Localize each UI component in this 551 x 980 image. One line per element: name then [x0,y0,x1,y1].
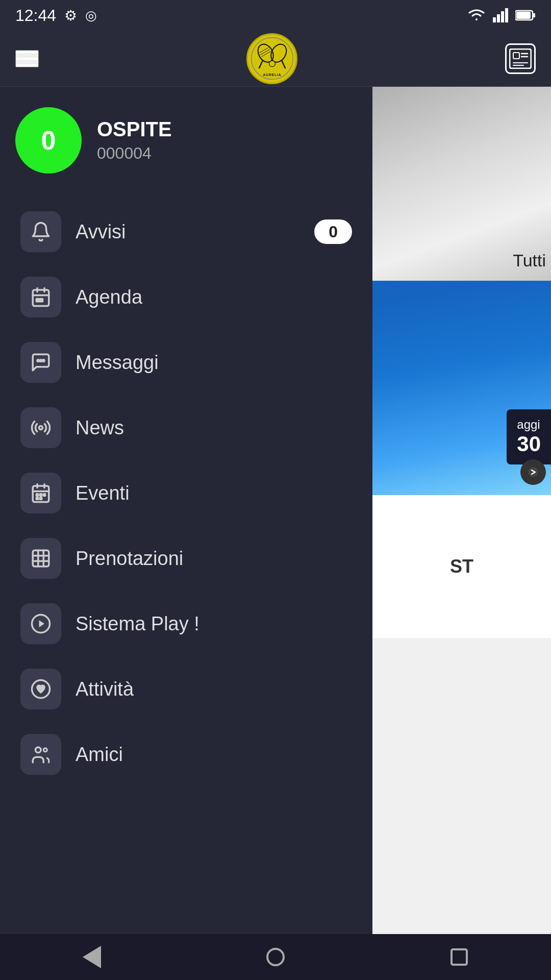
svg-rect-2 [501,11,504,22]
eventi-icon-box [20,473,61,513]
bell-icon-box [20,211,61,252]
svg-rect-38 [40,494,42,496]
svg-rect-39 [43,494,45,496]
sidebar-item-messaggi[interactable]: Messaggi [15,330,357,395]
avatar: 0 [15,107,82,174]
svg-point-15 [269,61,275,67]
user-profile: 0 OSPITE 000004 [15,107,357,174]
back-button[interactable] [74,939,110,975]
message-icon [30,352,52,373]
heart-icon-box [20,669,61,709]
right-card-3: ST [372,495,551,638]
svg-rect-0 [493,17,496,22]
svg-rect-41 [40,498,42,500]
agenda-label: Agenda [76,286,142,308]
avvisi-badge: 0 [314,223,352,241]
svg-rect-42 [33,550,49,567]
top-bar-right [505,43,536,74]
svg-point-51 [43,748,47,752]
score-number: 30 [517,432,541,456]
sidebar-item-news[interactable]: News [15,395,357,460]
svg-point-30 [40,360,42,362]
sidebar-item-eventi[interactable]: Eventi [15,460,357,526]
svg-rect-28 [40,299,42,302]
message-icon-box [20,342,61,383]
home-icon [266,948,285,966]
news-label: News [76,417,124,439]
broadcast-icon-box [20,407,61,448]
svg-rect-1 [497,14,500,22]
svg-point-31 [43,360,45,362]
play-icon-box [20,603,61,644]
tutti-label: Tutti [513,251,546,271]
broadcast-icon [30,417,52,438]
top-bar: AURELIA [0,31,551,87]
messaggi-label: Messaggi [76,352,159,374]
id-card-button[interactable] [505,43,536,74]
status-bar: 12:44 ⚙ ◎ [0,0,551,31]
eventi-label: Eventi [76,482,130,504]
avvisi-count: 0 [314,219,352,244]
right-card-2: aggi 30 [372,281,551,495]
svg-rect-3 [505,8,508,22]
main-area: 0 OSPITE 000004 Avvisi 0 [0,87,551,934]
heart-icon [30,678,52,700]
home-button[interactable] [258,939,293,975]
status-right [467,8,536,22]
back-icon [83,946,101,968]
prenotazioni-icon-box [20,538,61,579]
settings-icon: ⚙ [64,7,77,24]
sidebar-item-prenotazioni[interactable]: Prenotazioni [15,526,357,591]
score-badge: aggi 30 [507,409,551,464]
recents-icon [450,948,468,966]
play-icon [30,613,52,634]
right-panel: Tutti aggi 30 ST [372,87,551,934]
svg-point-29 [37,360,39,362]
user-name: OSPITE [97,118,172,141]
sidebar-item-avvisi[interactable]: Avvisi 0 [15,199,357,264]
svg-rect-27 [36,299,39,302]
svg-point-52 [528,467,538,477]
drawer: 0 OSPITE 000004 Avvisi 0 [0,87,372,934]
status-time: 12:44 [15,6,56,25]
svg-rect-5 [533,13,535,17]
amici-label: Amici [76,744,123,766]
svg-text:AURELIA: AURELIA [263,73,281,77]
user-id: 000004 [97,144,172,163]
arrow-icon [520,459,546,485]
calendar-icon-box [20,277,61,317]
status-left: 12:44 ⚙ ◎ [15,6,97,25]
calendar-icon [30,286,52,308]
sidebar-item-agenda[interactable]: Agenda [15,264,357,330]
logo-image: AURELIA [251,37,294,80]
right-card-1: Tutti [372,87,551,281]
user-info: OSPITE 000004 [97,118,172,163]
logo: AURELIA [246,33,297,84]
recents-button[interactable] [441,939,477,975]
svg-point-32 [39,426,43,430]
sidebar-item-amici[interactable]: Amici [15,722,357,787]
people-icon [30,744,52,765]
bell-icon [30,221,52,242]
wifi-icon [467,8,486,22]
id-card-icon [509,48,532,69]
avvisi-label: Avvisi [76,221,126,243]
card3-text: ST [450,556,473,577]
bottom-nav [0,934,551,980]
attivita-label: Attività [76,678,134,700]
sistema-play-label: Sistema Play ! [76,613,199,635]
prenotazioni-label: Prenotazioni [76,548,183,570]
signal-icon [493,8,508,22]
svg-marker-48 [39,620,45,627]
svg-rect-37 [36,494,38,496]
sidebar-item-attivita[interactable]: Attività [15,656,357,722]
sidebar-item-sistema-play[interactable]: Sistema Play ! [15,591,357,656]
people-icon-box [20,734,61,775]
svg-rect-40 [36,498,38,500]
menu-list: Avvisi 0 Agenda [15,199,357,787]
avatar-number: 0 [41,125,56,156]
hamburger-button[interactable] [15,50,39,67]
svg-rect-18 [513,53,519,59]
battery-icon [515,9,536,21]
svg-rect-6 [516,12,531,19]
